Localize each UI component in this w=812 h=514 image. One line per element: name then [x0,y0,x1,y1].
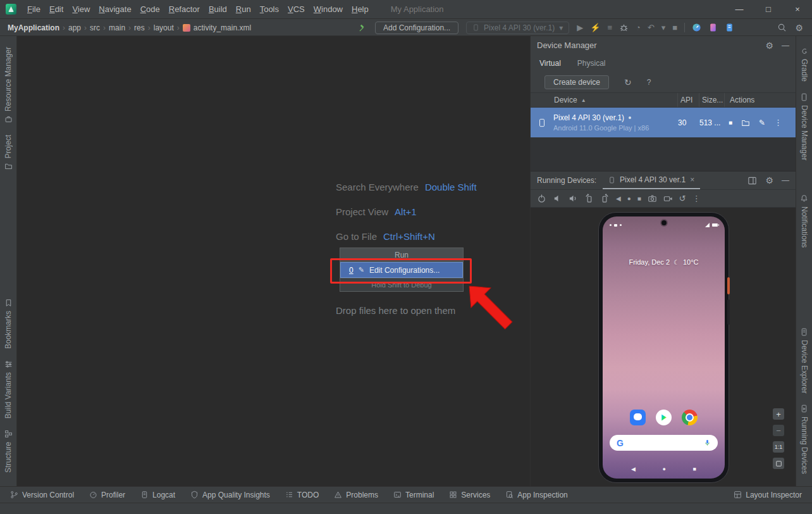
zoom-fit-button[interactable] [773,458,784,469]
menu-tools[interactable]: Tools [255,0,283,19]
screen-record-icon[interactable] [663,194,673,203]
breadcrumb-layout[interactable]: layout [154,23,174,32]
bottom-item-terminal[interactable]: Terminal [393,491,434,499]
chevron-down-icon[interactable]: ▾ [661,23,666,32]
breadcrumb-main[interactable]: main [109,23,125,32]
zoom-ratio-button[interactable]: 1:1 [773,441,784,453]
google-search-bar[interactable]: G [610,435,718,451]
sidebar-item-resource-manager[interactable]: Resource Manager [4,41,13,129]
menu-view[interactable]: View [68,0,94,19]
chrome-app-icon[interactable] [682,410,698,425]
bottom-item-layout-inspector[interactable]: Layout Inspector [734,491,802,499]
running-device-tab[interactable]: Pixel 4 API 30 ver.1 × [603,172,700,189]
add-configuration-button[interactable]: Add Configuration... [375,22,458,34]
search-everywhere-icon[interactable] [777,23,787,32]
profiler-icon[interactable] [692,23,701,32]
sidebar-item-project[interactable]: Project [4,129,13,176]
nav-back-icon[interactable]: ◀ [616,196,621,202]
menu-help[interactable]: Help [347,0,373,19]
sidebar-item-gradle[interactable]: Gradle [800,41,809,87]
breadcrumb-project[interactable]: MyApplication [8,23,59,32]
menu-edit[interactable]: Edit [45,0,68,19]
snapshot-icon[interactable]: ↺ [679,194,686,203]
device-manager-icon[interactable] [708,23,718,32]
folder-icon[interactable] [741,118,750,127]
device-selector-dropdown[interactable]: Pixel 4 API 30 (ver.1) ▾ [466,22,569,34]
bottom-item-profiler[interactable]: Profiler [89,491,125,499]
undo-icon[interactable]: ↶ [648,23,655,32]
breadcrumb-src[interactable]: src [90,23,100,32]
menu-code[interactable]: Code [136,0,164,19]
more-options-icon[interactable]: ⋮ [692,194,701,203]
tab-physical[interactable]: Physical [577,59,606,68]
nav-overview-icon[interactable]: ■ [637,196,641,202]
zoom-out-button[interactable]: − [773,425,784,436]
power-icon[interactable] [537,194,546,203]
debug-bug-icon[interactable] [619,23,629,32]
profiler-gauge-icon[interactable]: ◔ [636,23,641,32]
stop-device-icon[interactable]: ■ [729,119,732,126]
gear-icon[interactable]: ⚙ [765,176,773,185]
sidebar-item-build-variants[interactable]: Build Variants [4,354,13,424]
hide-panel-icon[interactable]: — [782,177,789,184]
close-tab-icon[interactable]: × [690,175,694,184]
maximize-button[interactable]: □ [754,0,783,19]
bottom-item-app-quality-insights[interactable]: App Quality Insights [190,491,270,499]
tab-virtual[interactable]: Virtual [539,59,561,68]
phone-screen[interactable]: Friday, Dec 2 ☾ 10°C G [603,216,725,479]
run-configurations-list-icon[interactable]: ≡ [607,23,612,32]
sidebar-item-structure[interactable]: Structure [4,424,13,479]
apply-changes-icon[interactable]: ⚡ [590,23,600,32]
mic-icon[interactable] [704,439,711,447]
column-device[interactable]: Device ▲ [531,93,678,107]
bottom-item-problems[interactable]: Problems [334,491,378,499]
create-device-button[interactable]: Create device [544,75,609,89]
bottom-item-todo[interactable]: TODO [285,491,319,499]
menu-build[interactable]: Build [204,0,231,19]
nav-home-icon[interactable]: ● [627,196,631,202]
menu-file[interactable]: File [23,0,45,19]
settings-gear-icon[interactable]: ⚙ [795,23,803,32]
gear-icon[interactable]: ⚙ [765,41,773,50]
sidebar-item-device-manager[interactable]: Device Manager [800,87,809,166]
breadcrumb-res[interactable]: res [134,23,145,32]
close-button[interactable]: × [783,0,812,19]
zoom-in-button[interactable]: + [773,408,784,420]
stop-icon[interactable]: ■ [672,23,677,32]
edit-device-pencil-icon[interactable]: ✎ [759,118,765,127]
bottom-item-version-control[interactable]: Version Control [10,491,74,499]
nav-overview-icon[interactable]: ■ [693,466,696,472]
menu-window[interactable]: Window [309,0,347,19]
run-icon[interactable]: ▶ [577,23,583,32]
column-api[interactable]: API [678,93,699,107]
play-store-app-icon[interactable] [656,410,672,425]
build-hammer-icon[interactable] [358,23,367,32]
menu-vcs[interactable]: VCS [283,0,309,19]
column-size[interactable]: Size... [699,93,725,107]
refresh-icon[interactable]: ↻ [624,78,632,87]
menu-run[interactable]: Run [231,0,255,19]
sidebar-item-running-devices[interactable]: Running Devices [800,399,809,480]
sidebar-item-bookmarks[interactable]: Bookmarks [4,293,13,354]
volume-up-icon[interactable] [569,194,578,203]
layout-mode-icon[interactable] [747,176,757,185]
nav-home-icon[interactable]: ● [663,466,666,472]
rotate-left-icon[interactable] [584,194,594,203]
nav-back-icon[interactable]: ◀ [631,466,636,472]
bottom-item-services[interactable]: Services [449,491,490,499]
device-table-row[interactable]: Pixel 4 API 30 (ver.1) Android 11.0 Goog… [531,108,796,137]
messages-app-icon[interactable] [630,410,646,425]
rotate-right-icon[interactable] [600,194,610,203]
sidebar-item-device-explorer[interactable]: Device Explorer [800,322,809,399]
menu-navigate[interactable]: Navigate [94,0,135,19]
menu-refactor[interactable]: Refactor [164,0,204,19]
bottom-item-logcat[interactable]: Logcat [140,491,175,499]
volume-down-icon[interactable] [553,194,562,203]
bottom-item-app-inspection[interactable]: App Inspection [505,491,567,499]
minimize-button[interactable]: — [725,0,754,19]
breadcrumb-file[interactable]: activity_main.xml [194,23,251,32]
logcat-icon[interactable] [725,23,734,32]
camera-icon[interactable] [648,194,657,203]
breadcrumb-app[interactable]: app [68,23,81,32]
more-actions-icon[interactable]: ⋮ [774,118,782,127]
